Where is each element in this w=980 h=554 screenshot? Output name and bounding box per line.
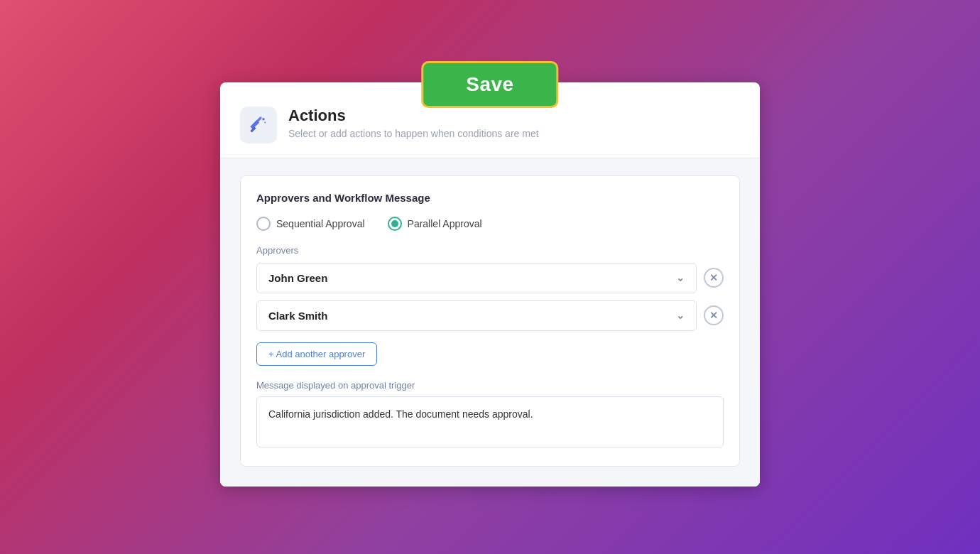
remove-approver-1-button[interactable]: ✕ bbox=[704, 268, 724, 288]
chevron-down-icon-1: ⌄ bbox=[676, 272, 685, 283]
chevron-down-icon-2: ⌄ bbox=[676, 310, 685, 321]
svg-point-1 bbox=[264, 121, 266, 123]
modal-wrapper: Save Actions Select or add actions to ha… bbox=[220, 82, 760, 487]
parallel-approval-option[interactable]: Parallel Approval bbox=[388, 217, 482, 231]
approver-1-name: John Green bbox=[268, 272, 327, 284]
approver-row-1: John Green ⌄ ✕ bbox=[256, 263, 724, 293]
approver-select-2[interactable]: Clark Smith ⌄ bbox=[256, 300, 697, 331]
message-label: Message displayed on approval trigger bbox=[256, 380, 724, 391]
approver-row-2: Clark Smith ⌄ ✕ bbox=[256, 300, 724, 331]
approver-select-1[interactable]: John Green ⌄ bbox=[256, 263, 697, 293]
magic-wand-icon bbox=[249, 115, 268, 135]
section-title: Approvers and Workflow Message bbox=[256, 192, 724, 204]
actions-icon-wrap bbox=[240, 107, 277, 143]
page-title: Actions bbox=[288, 107, 539, 125]
svg-point-2 bbox=[260, 116, 261, 118]
parallel-radio[interactable] bbox=[388, 217, 402, 231]
sequential-approval-option[interactable]: Sequential Approval bbox=[256, 217, 365, 231]
approvers-label: Approvers bbox=[256, 245, 724, 256]
modal-body: Approvers and Workflow Message Sequentia… bbox=[220, 158, 760, 487]
add-approver-button[interactable]: + Add another approver bbox=[256, 342, 377, 366]
header-text: Actions Select or add actions to happen … bbox=[288, 107, 539, 139]
radio-group: Sequential Approval Parallel Approval bbox=[256, 217, 724, 231]
approver-2-name: Clark Smith bbox=[268, 310, 327, 322]
remove-approver-2-button[interactable]: ✕ bbox=[704, 305, 724, 325]
svg-point-0 bbox=[262, 118, 265, 121]
save-button[interactable]: Save bbox=[421, 61, 558, 108]
modal: Actions Select or add actions to happen … bbox=[220, 82, 760, 487]
parallel-label: Parallel Approval bbox=[408, 218, 482, 229]
sequential-label: Sequential Approval bbox=[276, 218, 365, 229]
message-textarea[interactable] bbox=[256, 396, 724, 447]
sequential-radio[interactable] bbox=[256, 217, 271, 231]
page-subtitle: Select or add actions to happen when con… bbox=[288, 128, 539, 139]
section-card: Approvers and Workflow Message Sequentia… bbox=[240, 175, 740, 467]
